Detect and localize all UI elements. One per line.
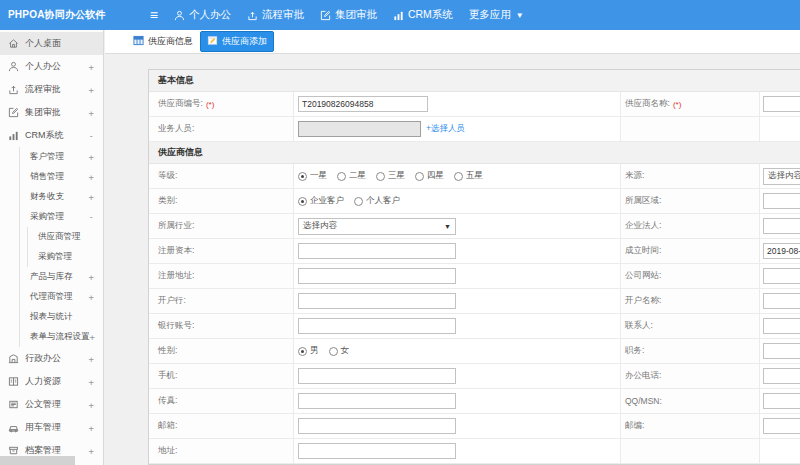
expand-plus-icon[interactable]: + bbox=[89, 152, 94, 162]
tab-0[interactable]: 供应商信息 bbox=[133, 35, 193, 48]
expand-plus-icon[interactable]: + bbox=[89, 172, 94, 182]
radio-label: 二星 bbox=[349, 170, 366, 182]
expand-plus-icon[interactable]: + bbox=[89, 192, 94, 202]
text-input[interactable] bbox=[763, 293, 800, 309]
field-input-cell bbox=[294, 289, 621, 313]
text-input[interactable] bbox=[763, 218, 800, 234]
expand-plus-icon[interactable]: + bbox=[89, 400, 94, 410]
field-input-cell bbox=[760, 239, 800, 263]
text-input[interactable] bbox=[298, 418, 456, 434]
expand-plus-icon[interactable]: + bbox=[89, 377, 94, 387]
text-input[interactable] bbox=[763, 368, 800, 384]
field-input-cell: 选择内容▼ bbox=[294, 214, 621, 238]
text-input[interactable] bbox=[763, 318, 800, 334]
radio-button[interactable] bbox=[337, 172, 346, 181]
tab-1[interactable]: 供应商添加 bbox=[200, 31, 274, 52]
sidebar-item-13[interactable]: 报表与统计 bbox=[0, 307, 103, 327]
field-input-cell bbox=[760, 314, 800, 338]
text-input[interactable] bbox=[298, 293, 456, 309]
field-label: 企业法人: bbox=[625, 220, 661, 232]
form-row: 开户行:开户名称: bbox=[149, 289, 800, 314]
radio-button[interactable] bbox=[415, 172, 424, 181]
select-person-link[interactable]: +选择人员 bbox=[426, 123, 465, 135]
expand-plus-icon[interactable]: + bbox=[89, 272, 94, 282]
radio-button[interactable] bbox=[354, 197, 363, 206]
field-input-cell bbox=[760, 439, 800, 463]
topnav-item-0[interactable]: 个人办公 bbox=[174, 8, 231, 22]
text-input[interactable] bbox=[763, 393, 800, 409]
sidebar-item-15[interactable]: 行政办公+ bbox=[0, 347, 103, 370]
field-label: 联系人: bbox=[625, 320, 653, 332]
radio-button[interactable] bbox=[298, 347, 307, 356]
text-input[interactable] bbox=[763, 268, 800, 284]
select-box[interactable]: 选择内容▼ bbox=[298, 218, 456, 235]
sidebar-item-12[interactable]: 代理商管理+ bbox=[0, 287, 103, 307]
text-input[interactable] bbox=[298, 443, 456, 459]
text-input[interactable] bbox=[298, 368, 456, 384]
radio-button[interactable] bbox=[454, 172, 463, 181]
text-input[interactable] bbox=[763, 96, 800, 112]
text-input[interactable] bbox=[298, 243, 456, 259]
text-input[interactable] bbox=[298, 96, 428, 112]
field-input-cell bbox=[294, 364, 621, 388]
sidebar-item-3[interactable]: 集团审批+ bbox=[0, 101, 103, 124]
radio-button[interactable] bbox=[329, 347, 338, 356]
topnav-item-4[interactable]: 更多应用▼ bbox=[469, 8, 524, 22]
topnav-item-3[interactable]: CRM系统 bbox=[393, 8, 453, 22]
sidebar-item-9[interactable]: 供应商管理 bbox=[0, 227, 103, 247]
expand-plus-icon[interactable]: + bbox=[89, 85, 94, 95]
radio-button[interactable] bbox=[376, 172, 385, 181]
sidebar-item-5[interactable]: 客户管理+ bbox=[0, 147, 103, 167]
text-input[interactable] bbox=[763, 243, 800, 259]
field-label: 传真: bbox=[158, 395, 177, 407]
sidebar-item-1[interactable]: 个人办公+ bbox=[0, 55, 103, 78]
field-label-cell: 地址: bbox=[149, 439, 294, 463]
sidebar-item-7[interactable]: 财务收支+ bbox=[0, 187, 103, 207]
radio-button[interactable] bbox=[298, 172, 307, 181]
expand-plus-icon[interactable]: + bbox=[90, 332, 95, 342]
menu-toggle-icon[interactable]: ≡ bbox=[150, 8, 158, 22]
expand-plus-icon[interactable]: + bbox=[89, 423, 94, 433]
sidebar-item-10[interactable]: 采购管理 bbox=[0, 247, 103, 267]
expand-plus-icon[interactable]: + bbox=[89, 354, 94, 364]
sidebar-item-16[interactable]: 人力资源+ bbox=[0, 370, 103, 393]
sidebar-item-label: 报表与统计 bbox=[30, 311, 73, 323]
topbar: PHPOA协同办公软件 ≡ 个人办公流程审批集团审批CRM系统更多应用▼ bbox=[0, 0, 800, 30]
text-input[interactable] bbox=[763, 418, 800, 434]
topnav-item-1[interactable]: 流程审批 bbox=[247, 8, 304, 22]
field-label-cell: QQ/MSN: bbox=[621, 389, 760, 413]
sidebar-item-18[interactable]: 用车管理+ bbox=[0, 416, 103, 439]
expand-plus-icon[interactable]: + bbox=[89, 292, 94, 302]
tab-bar: 供应商信息供应商添加 bbox=[105, 30, 800, 54]
radio-button[interactable] bbox=[298, 197, 307, 206]
text-input[interactable] bbox=[298, 121, 421, 137]
sidebar-item-6[interactable]: 销售管理+ bbox=[0, 167, 103, 187]
expand-plus-icon[interactable]: + bbox=[89, 62, 94, 72]
text-input[interactable] bbox=[298, 393, 456, 409]
sidebar-item-14[interactable]: 表单与流程设置+ bbox=[0, 327, 103, 347]
text-input[interactable] bbox=[763, 343, 800, 359]
people-icon bbox=[8, 376, 19, 387]
dropdown-arrow-icon: ▼ bbox=[444, 223, 451, 230]
expand-plus-icon[interactable]: + bbox=[89, 108, 94, 118]
topnav-item-2[interactable]: 集团审批 bbox=[320, 8, 377, 22]
text-input[interactable] bbox=[298, 268, 456, 284]
sidebar-item-2[interactable]: 流程审批+ bbox=[0, 78, 103, 101]
sidebar-item-label: 用车管理 bbox=[25, 421, 61, 434]
select-box[interactable]: 选择内容 bbox=[763, 168, 800, 185]
tab-label: 供应商信息 bbox=[148, 35, 193, 48]
text-input[interactable] bbox=[298, 318, 456, 334]
collapse-minus-icon[interactable]: - bbox=[89, 131, 94, 141]
sidebar-item-4[interactable]: CRM系统- bbox=[0, 124, 103, 147]
field-label-cell: 供应商编号:(*) bbox=[149, 92, 294, 116]
sidebar-item-11[interactable]: 产品与库存+ bbox=[0, 267, 103, 287]
form-row: 业务人员:+选择人员 bbox=[149, 117, 800, 142]
text-input[interactable] bbox=[763, 193, 800, 209]
sidebar-item-8[interactable]: 采购管理- bbox=[0, 207, 103, 227]
sidebar-item-0[interactable]: 个人桌面 bbox=[0, 32, 103, 55]
sidebar-item-17[interactable]: 公文管理+ bbox=[0, 393, 103, 416]
expand-plus-icon[interactable]: + bbox=[89, 446, 94, 456]
collapse-minus-icon[interactable]: - bbox=[89, 212, 94, 222]
sidebar-scrollbar[interactable] bbox=[0, 456, 75, 465]
field-label-cell: 开户行: bbox=[149, 289, 294, 313]
